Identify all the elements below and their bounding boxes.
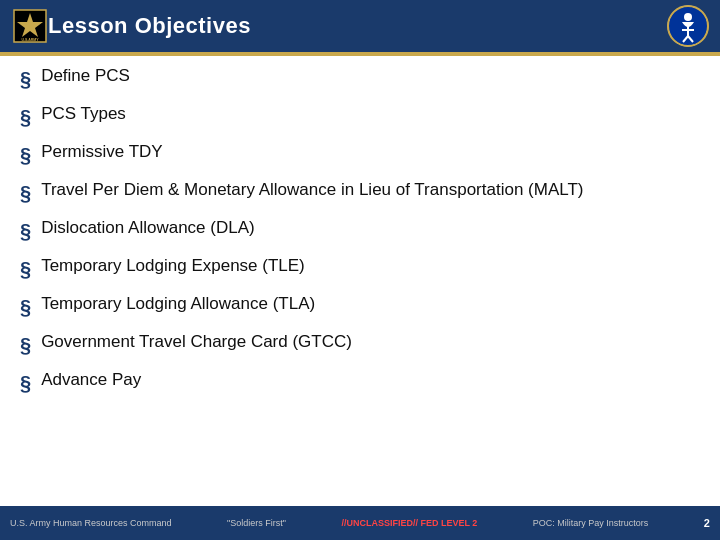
slide-title: Lesson Objectives bbox=[48, 13, 251, 39]
bullet-text: Define PCS bbox=[41, 65, 700, 88]
list-item: § Advance Pay bbox=[20, 364, 700, 402]
bullet-icon: § bbox=[20, 142, 31, 169]
bullet-text: Temporary Lodging Expense (TLE) bbox=[41, 255, 700, 278]
list-item: § Temporary Lodging Allowance (TLA) bbox=[20, 288, 700, 326]
gold-divider bbox=[0, 52, 720, 56]
svg-text:U.S.ARMY: U.S.ARMY bbox=[21, 38, 39, 42]
list-item: § Government Travel Charge Card (GTCC) bbox=[20, 326, 700, 364]
bullet-text: Travel Per Diem & Monetary Allowance in … bbox=[41, 179, 700, 202]
footer-page-number: 2 bbox=[704, 517, 710, 529]
list-item: § Dislocation Allowance (DLA) bbox=[20, 212, 700, 250]
header-right-logo-icon bbox=[666, 4, 710, 48]
list-item: § Temporary Lodging Expense (TLE) bbox=[20, 250, 700, 288]
svg-point-7 bbox=[684, 13, 692, 21]
bullet-text: PCS Types bbox=[41, 103, 700, 126]
bullet-text: Government Travel Charge Card (GTCC) bbox=[41, 331, 700, 354]
bullet-text: Permissive TDY bbox=[41, 141, 700, 164]
list-item: § PCS Types bbox=[20, 98, 700, 136]
bullet-text: Dislocation Allowance (DLA) bbox=[41, 217, 700, 240]
footer-bar: U.S. Army Human Resources Command "Soldi… bbox=[0, 506, 720, 540]
bullet-icon: § bbox=[20, 66, 31, 93]
header-logo-area: U.S.ARMY bbox=[12, 8, 48, 44]
bullet-icon: § bbox=[20, 370, 31, 397]
bullet-icon: § bbox=[20, 218, 31, 245]
army-logo-icon: U.S.ARMY bbox=[12, 8, 48, 44]
footer-classification: //UNCLASSIFIED// FED LEVEL 2 bbox=[341, 518, 477, 528]
footer-right-text: POC: Military Pay Instructors bbox=[533, 518, 649, 528]
bullet-icon: § bbox=[20, 256, 31, 283]
bullet-icon: § bbox=[20, 180, 31, 207]
slide-container: U.S.ARMY Lesson Objectives § Define PCS bbox=[0, 0, 720, 540]
bullet-icon: § bbox=[20, 294, 31, 321]
bullet-text: Advance Pay bbox=[41, 369, 700, 392]
footer-center-label: "Soldiers First" bbox=[227, 518, 286, 528]
list-item: § Define PCS bbox=[20, 60, 700, 98]
header-bar: U.S.ARMY Lesson Objectives bbox=[0, 0, 720, 52]
bullet-text: Temporary Lodging Allowance (TLA) bbox=[41, 293, 700, 316]
list-item: § Travel Per Diem & Monetary Allowance i… bbox=[20, 174, 700, 212]
list-item: § Permissive TDY bbox=[20, 136, 700, 174]
bullet-icon: § bbox=[20, 104, 31, 131]
footer-left-text: U.S. Army Human Resources Command bbox=[10, 518, 172, 528]
bullet-list: § Define PCS § PCS Types § Permissive TD… bbox=[20, 60, 700, 402]
bullet-icon: § bbox=[20, 332, 31, 359]
content-area: § Define PCS § PCS Types § Permissive TD… bbox=[20, 60, 700, 504]
